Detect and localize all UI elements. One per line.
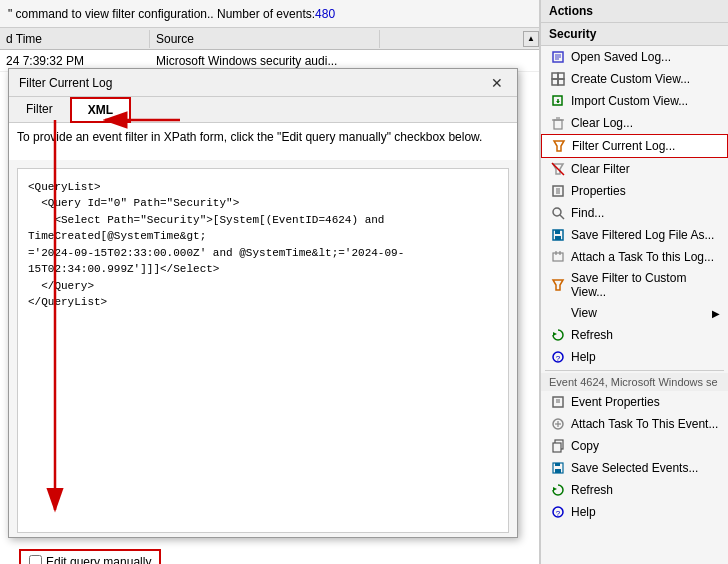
edit-query-label: Edit query manually [46, 555, 151, 564]
find-label: Find... [571, 206, 604, 220]
clear-log-label: Clear Log... [571, 116, 633, 130]
help-icon: ? [549, 349, 567, 365]
svg-rect-9 [552, 79, 558, 85]
menu-item-clear-log[interactable]: Clear Log... [541, 112, 728, 134]
import-icon [549, 93, 567, 109]
import-custom-view-label: Import Custom View... [571, 94, 688, 108]
attach-task-event-icon [549, 416, 567, 432]
submenu-chevron: ▶ [712, 308, 720, 319]
menu-item-view[interactable]: View ▶ [541, 302, 728, 324]
tab-filter[interactable]: Filter [9, 97, 70, 123]
svg-line-25 [560, 215, 564, 219]
refresh-icon [549, 327, 567, 343]
dialog-footer: Edit query manually [9, 541, 517, 564]
open-saved-log-label: Open Saved Log... [571, 50, 671, 64]
xml-content: <QueryList> <Query Id="0" Path="Security… [28, 179, 498, 311]
svg-marker-17 [554, 141, 564, 151]
refresh2-label: Refresh [571, 483, 613, 497]
create-custom-view-label: Create Custom View... [571, 72, 690, 86]
attach-task-log-icon [549, 249, 567, 265]
svg-rect-7 [552, 73, 558, 79]
menu-item-refresh[interactable]: Refresh [541, 324, 728, 346]
view-label: View [571, 306, 597, 320]
create-view-icon [549, 71, 567, 87]
help-label: Help [571, 350, 596, 364]
svg-marker-32 [553, 280, 563, 290]
event-properties-label: Event Properties [571, 395, 660, 409]
svg-rect-29 [553, 253, 563, 261]
svg-rect-45 [555, 469, 561, 473]
clear-filter-icon [549, 161, 567, 177]
properties-label: Properties [571, 184, 626, 198]
clear-filter-label: Clear Filter [571, 162, 630, 176]
event-properties-icon [549, 394, 567, 410]
event-section-label: Event 4624, Microsoft Windows se [541, 373, 728, 391]
menu-item-refresh2[interactable]: Refresh [541, 479, 728, 501]
svg-marker-47 [553, 487, 557, 491]
menu-item-save-filter-custom[interactable]: Save Filter to Custom View... [541, 268, 728, 302]
menu-separator [545, 370, 724, 371]
copy-icon [549, 438, 567, 454]
menu-item-clear-filter[interactable]: Clear Filter [541, 158, 728, 180]
svg-rect-43 [553, 443, 561, 452]
menu-item-attach-task-log[interactable]: Attach a Task To this Log... [541, 246, 728, 268]
svg-rect-28 [555, 230, 560, 234]
col-time-header: d Time [0, 30, 150, 48]
dialog-close-button[interactable]: ✕ [487, 75, 507, 91]
edit-query-checkbox[interactable] [29, 555, 42, 564]
row1-time: 24 7:39:32 PM [0, 52, 150, 70]
events-count: 480 [315, 7, 335, 21]
dialog-help-text: To provide an event filter in XPath form… [17, 129, 509, 146]
refresh2-icon [549, 482, 567, 498]
properties-icon [549, 183, 567, 199]
help2-label: Help [571, 505, 596, 519]
find-icon [549, 205, 567, 221]
menu-item-import-custom-view[interactable]: Import Custom View... [541, 90, 728, 112]
dialog-title: Filter Current Log [19, 76, 112, 90]
menu-item-save-filtered-log[interactable]: Save Filtered Log File As... [541, 224, 728, 246]
tab-xml[interactable]: XML [70, 97, 131, 123]
save-filtered-log-label: Save Filtered Log File As... [571, 228, 714, 242]
refresh-label: Refresh [571, 328, 613, 342]
scroll-indicator[interactable]: ▲ [523, 31, 539, 47]
save-filter-custom-label: Save Filter to Custom View... [571, 271, 720, 299]
save-selected-events-icon [549, 460, 567, 476]
security-header: Security [541, 23, 728, 46]
dialog-tabs: Filter XML [9, 97, 517, 123]
attach-task-event-label: Attach Task To This Event... [571, 417, 718, 431]
top-bar: " command to view filter configuration..… [0, 0, 539, 28]
svg-text:?: ? [556, 354, 561, 363]
dialog-content: <QueryList> <Query Id="0" Path="Security… [17, 168, 509, 533]
save-filter-custom-icon [549, 277, 567, 293]
edit-query-checkbox-container: Edit query manually [19, 549, 161, 564]
menu-item-copy[interactable]: Copy [541, 435, 728, 457]
svg-marker-33 [553, 332, 557, 336]
menu-item-filter-current-log[interactable]: Filter Current Log... [541, 134, 728, 158]
svg-point-24 [553, 208, 561, 216]
menu-item-find[interactable]: Find... [541, 202, 728, 224]
svg-rect-10 [558, 79, 564, 85]
menu-item-save-selected-events[interactable]: Save Selected Events... [541, 457, 728, 479]
dialog-title-bar: Filter Current Log ✕ [9, 69, 517, 97]
menu-item-help2[interactable]: ? Help [541, 501, 728, 523]
filter-icon [550, 138, 568, 154]
top-bar-text: " command to view filter configuration..… [8, 7, 315, 21]
filter-current-log-label: Filter Current Log... [572, 139, 675, 153]
row1-source: Microsoft Windows security audi... [150, 52, 380, 70]
save-filtered-log-icon [549, 227, 567, 243]
view-icon [549, 305, 567, 321]
menu-item-help[interactable]: ? Help [541, 346, 728, 368]
menu-item-attach-task-event[interactable]: Attach Task To This Event... [541, 413, 728, 435]
menu-item-event-properties[interactable]: Event Properties [541, 391, 728, 413]
menu-item-create-custom-view[interactable]: Create Custom View... [541, 68, 728, 90]
svg-marker-13 [556, 101, 560, 103]
copy-label: Copy [571, 439, 599, 453]
svg-rect-8 [558, 73, 564, 79]
menu-item-properties[interactable]: Properties [541, 180, 728, 202]
right-panel: Actions Security Open Saved Log... Creat… [540, 0, 728, 564]
menu-item-open-saved-log[interactable]: Open Saved Log... [541, 46, 728, 68]
svg-rect-46 [555, 463, 560, 466]
svg-rect-14 [554, 120, 562, 129]
save-selected-events-label: Save Selected Events... [571, 461, 698, 475]
actions-header: Actions [541, 0, 728, 23]
